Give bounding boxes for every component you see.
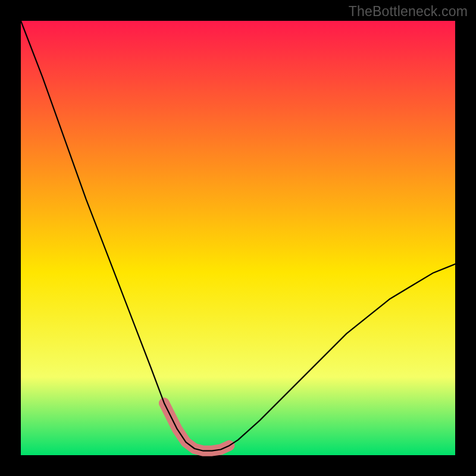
bottleneck-chart xyxy=(0,0,476,476)
plot-background xyxy=(21,21,455,455)
chart-frame: TheBottleneck.com xyxy=(0,0,476,476)
watermark-text: TheBottleneck.com xyxy=(349,4,468,20)
